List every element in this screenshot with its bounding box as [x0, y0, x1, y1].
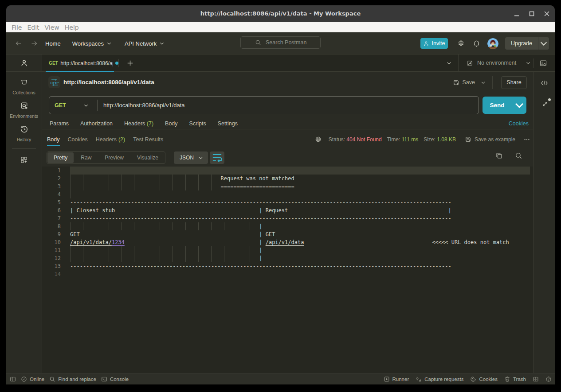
settings-button[interactable] — [457, 40, 465, 47]
indent-guide — [147, 175, 147, 190]
sidebar-item-collections[interactable]: Collections — [6, 72, 42, 95]
status-item-label: Online — [30, 376, 44, 382]
line-number: 14 — [42, 270, 61, 278]
request-tab-scripts[interactable]: Scripts — [189, 120, 206, 127]
search-input[interactable]: Search Postman — [240, 36, 321, 49]
close-button[interactable] — [543, 10, 551, 18]
share-button[interactable]: Share — [501, 76, 527, 89]
tab-list-button[interactable] — [446, 60, 452, 66]
minimize-button[interactable] — [513, 10, 521, 18]
url-input[interactable]: http://localhost:8086/api/v1/data — [103, 102, 185, 109]
status-item-label: Find and replace — [58, 376, 96, 382]
request-tab-params[interactable]: Params — [50, 120, 69, 127]
divider — [97, 100, 98, 111]
status-value[interactable]: 404 Not Found — [346, 136, 381, 143]
chevron-down-icon — [538, 37, 549, 50]
copy-button[interactable] — [495, 152, 503, 159]
view-preview[interactable]: Preview — [98, 152, 130, 163]
sidebar-item-environments[interactable]: Environments — [6, 95, 42, 119]
request-actions: Save Share — [453, 72, 527, 93]
upgrade-button[interactable]: Upgrade — [505, 37, 549, 50]
http-request-icon: HTTP — [48, 76, 60, 88]
sidebar-user-button[interactable] — [6, 54, 42, 72]
menu-file[interactable]: File — [9, 24, 24, 31]
status-online[interactable]: Online — [21, 376, 44, 382]
status-capture-requests[interactable]: Capture requests — [416, 376, 463, 382]
indent-guide — [160, 175, 160, 190]
response-more-button[interactable] — [523, 136, 530, 143]
left-sidebar: CollectionsEnvironmentsHistory — [6, 54, 42, 373]
view-raw[interactable]: Raw — [74, 152, 98, 163]
format-select[interactable]: JSON — [174, 151, 208, 164]
response-tab-body[interactable]: Body — [47, 129, 60, 149]
wrap-text-button[interactable] — [210, 151, 224, 164]
response-tab-test-results[interactable]: Test Results — [133, 129, 163, 149]
send-button[interactable]: Send — [483, 97, 526, 114]
nav-forward-button[interactable] — [31, 40, 38, 47]
menu-view[interactable]: View — [42, 24, 62, 31]
request-tab-authorization[interactable]: Authorization — [80, 120, 113, 127]
nav-api-network[interactable]: API Network — [125, 40, 165, 47]
search-placeholder: Search Postman — [266, 39, 306, 46]
request-tab[interactable]: GET http://localhost:8086/api/v1/data — [45, 54, 118, 72]
new-tab-button[interactable] — [126, 59, 134, 67]
titlebar[interactable]: http://localhost:8086/api/v1/data - My W… — [6, 5, 555, 22]
status-sidebar-toggle-icon[interactable] — [10, 376, 16, 382]
request-tab-body[interactable]: Body — [165, 120, 178, 127]
view-visualize[interactable]: Visualize — [130, 152, 165, 163]
chevron-down-icon — [446, 60, 452, 66]
save-menu-button[interactable] — [480, 80, 486, 85]
request-tab-settings[interactable]: Settings — [218, 120, 238, 127]
indent-guide — [173, 222, 173, 230]
environment-selector[interactable]: No environment — [459, 60, 531, 66]
request-tab-headers[interactable]: Headers (7) — [124, 120, 153, 127]
nav-back-button[interactable] — [15, 40, 22, 47]
notifications-button[interactable] — [473, 40, 480, 47]
collections-icon — [20, 78, 28, 88]
nav-workspaces[interactable]: Workspaces — [72, 40, 112, 47]
response-toolbar: PrettyRawPreviewVisualize JSON — [42, 149, 533, 167]
response-tab-cookies[interactable]: Cookies — [68, 129, 88, 149]
indent-guide — [83, 175, 83, 190]
line-number: 2 — [42, 175, 61, 182]
menu-help[interactable]: Help — [62, 24, 82, 31]
check-circle-icon — [21, 376, 27, 382]
view-pretty[interactable]: Pretty — [47, 152, 74, 163]
sidebar-item-history[interactable]: History — [6, 119, 42, 142]
send-menu-button[interactable] — [512, 97, 526, 114]
divider — [492, 76, 493, 89]
tab-divider — [118, 59, 119, 67]
size-value[interactable]: 1.08 KB — [437, 136, 456, 143]
status-split-panel-icon[interactable] — [533, 376, 539, 382]
response-tab-headers[interactable]: Headers (2) — [96, 129, 126, 149]
cookies-link[interactable]: Cookies — [509, 120, 529, 127]
invite-button[interactable]: Invite — [420, 38, 448, 49]
time-value[interactable]: 111 ms — [402, 136, 419, 143]
menu-edit[interactable]: Edit — [24, 24, 42, 31]
response-section: BodyCookiesHeaders (2)Test Results Statu… — [42, 129, 533, 149]
help-icon — [545, 376, 552, 382]
upgrade-menu-button[interactable] — [538, 37, 549, 50]
sync-button[interactable] — [541, 101, 549, 108]
save-as-example-button[interactable]: Save as example — [465, 136, 515, 143]
sidebar-more-button[interactable] — [6, 149, 42, 166]
environment-quick-look-button[interactable] — [539, 59, 547, 67]
nav-home[interactable]: Home — [45, 40, 61, 47]
maximize-button[interactable] — [528, 10, 536, 18]
status-find-and-replace[interactable]: Find and replace — [49, 376, 96, 382]
method-select[interactable]: GET — [55, 102, 83, 109]
globe-icon[interactable] — [315, 136, 322, 143]
avatar[interactable] — [487, 38, 498, 49]
chevron-down-icon[interactable] — [83, 102, 89, 109]
response-body-editor[interactable]: 12Request was not matched3==============… — [42, 167, 533, 373]
status-cookies[interactable]: Cookies — [470, 376, 498, 382]
line-number: 9 — [42, 230, 61, 238]
save-button[interactable]: Save — [453, 79, 486, 86]
status-help-icon[interactable] — [545, 376, 552, 382]
search-response-button[interactable] — [515, 152, 522, 159]
code-snippet-button[interactable] — [541, 79, 548, 87]
status-trash[interactable]: Trash — [504, 376, 526, 382]
save-as-example-label: Save as example — [475, 136, 515, 143]
status-console[interactable]: Console — [101, 376, 129, 382]
status-runner[interactable]: Runner — [384, 376, 409, 382]
